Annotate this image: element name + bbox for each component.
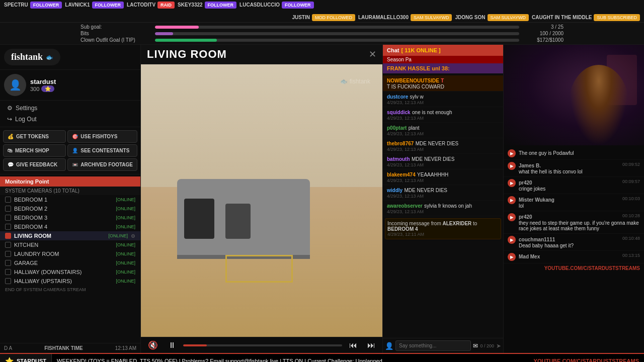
chat-user-0: NOWBEENOUUTSIDE (387, 78, 439, 83)
chat-user-3: p00ptart (387, 125, 407, 131)
goal-row-clown: Clown Outfit Goal (I TIP) $172/$1000 (80, 37, 564, 43)
archive-label: ARCHIVED FOOTAGE (80, 162, 133, 167)
follow-button-skey[interactable]: FOLLOWER (205, 2, 237, 9)
ticker-logo: ⭐ STARDUST (0, 354, 52, 362)
mod-name-caught: CAUGHT IN THE MIDDLE (532, 15, 592, 20)
close-video-button[interactable]: ✕ (369, 49, 376, 60)
chat-input[interactable] (395, 340, 471, 351)
streamer-silhouette (569, 65, 629, 145)
mod-badge-jdong[interactable]: SAM SULVAYWD (488, 14, 529, 21)
chat-special-label: FRANK HASSLE unl (387, 65, 440, 71)
camera-hallway-up[interactable]: HALLWAY (UPSTAIRS) [ONLINE] (0, 277, 140, 286)
camera-bedroom3[interactable]: BEDROOM 3 [ONLINE] (0, 213, 140, 222)
use-fishtoys-button[interactable]: 🎯 USE FISHTOYS (67, 130, 137, 143)
video-header: LIVING ROOM ✕ (141, 45, 382, 64)
send-icon: ➤ (496, 342, 501, 349)
yt-user-5: Mad Mex (519, 254, 540, 259)
chat-user-4: thebro8767 (387, 141, 414, 146)
feedback-icon: 💬 (8, 162, 14, 167)
settings-item[interactable]: ⚙ Settings (4, 103, 136, 114)
lr-fish-logo: 🐟 fishtank (340, 78, 370, 85)
video-controls: 🔇 ⏸ ⏮ ⏭ (141, 337, 382, 353)
username-skey: SKEY3322 (178, 2, 202, 8)
goal-fill-sub (155, 26, 199, 29)
progress-bar[interactable] (183, 344, 342, 346)
camera-bedroom4[interactable]: BEDROOM 4 [ONLINE] (0, 222, 140, 231)
give-feedback-button[interactable]: 💬 GIVE FEEDBACK (3, 158, 66, 171)
prev-button[interactable]: ⏮ (346, 340, 360, 351)
play-pause-button[interactable]: ⏸ (165, 340, 179, 351)
cam-status-kitchen: [ONLINE] (116, 242, 135, 247)
mod-badge-laura[interactable]: SAM SULVAYWD (411, 14, 452, 21)
yt-icon-5: ▶ (508, 253, 516, 261)
current-time: 12:13 AM (115, 345, 136, 351)
camera-laundry[interactable]: LAUNDRY ROOM [ONLINE] (0, 249, 140, 258)
chat-user-1: dustcore (387, 94, 408, 100)
goal-row-sub: Sub goal: 3 / 25 (80, 24, 564, 30)
lr-person1 (184, 199, 214, 239)
merch-shop-button[interactable]: 🛍 MERCH SHOP (3, 144, 66, 157)
sidebar-bottom: D A FISHTANK TIME 12:13 AM (0, 343, 140, 353)
logout-icon: ↪ (7, 116, 12, 123)
chat-time-2: 4/29/23, 12:13 AM (387, 116, 499, 121)
yt-user-4: couchman1111 (519, 237, 555, 242)
chat-avatar-icon: 👤 (385, 342, 393, 350)
cam-check-bedroom4 (5, 224, 11, 230)
camera-bedroom1[interactable]: BEDROOM 1 [ONLINE] (0, 195, 140, 204)
ticker-text: WEEKEND! (TOYS = ENABLED, TTS 50% OFF) |… (52, 358, 529, 362)
mod-justin: JUSTIN MOD FOLLOWED (292, 14, 355, 21)
chat-msg-5: batmouth MDE NEVER DIES 4/29/23, 12:13 A… (383, 154, 503, 169)
mod-name-jdong: JDONG SON (455, 15, 485, 20)
user-badge-lucas: LUCASDLUCCIO FOLLOWER (239, 2, 314, 9)
goal-label-bits: Bits (80, 31, 151, 36)
cam-status-bedroom4: [ONLINE] (116, 224, 135, 229)
cam-status-laundry: [ONLINE] (116, 251, 135, 256)
cam-check-livingroom (5, 233, 11, 239)
volume-button[interactable]: 🔇 (145, 339, 161, 351)
incoming-from: ALEXRIDER (443, 221, 472, 226)
cam-name-garage: GARAGE (14, 260, 113, 266)
contestants-label: SEE CONTESTANTS (80, 148, 129, 153)
archived-footage-button[interactable]: 📼 ARCHIVED FOOTAGE (67, 158, 137, 171)
follow-button-lavnick[interactable]: FOLLOWER (92, 2, 124, 9)
see-contestants-button[interactable]: 👤 SEE CONTESTANTS (67, 144, 137, 157)
cam-settings-icon: ⚙ (131, 233, 135, 239)
chat-msg-7: widdly MDE NEVER DIES 4/29/23, 12:13 AM (383, 185, 503, 201)
cam-name-kitchen: KITCHEN (14, 242, 113, 248)
chat-header: Chat [ 11K ONLINE ] (383, 45, 503, 56)
goal-label-clown: Clown Outfit Goal (I TIP) (80, 37, 151, 43)
user-badge-lavnick: LAVNICK1 FOLLOWER (65, 2, 124, 9)
cam-name-bedroom3: BEDROOM 3 (14, 215, 113, 221)
camera-hallway-down[interactable]: HALLWAY (DOWNSTAIRS) [ONLINE] (0, 267, 140, 277)
camera-kitchen[interactable]: KITCHEN [ONLINE] (0, 240, 140, 249)
username-spectru: SPECTRU (4, 2, 28, 8)
next-button[interactable]: ⏭ (364, 340, 378, 351)
camera-livingroom[interactable]: LIVING ROOM [ONLINE] ⚙ (0, 231, 140, 240)
user-info: stardust 300 ⭐ (30, 78, 136, 92)
mod-name-laura: LAURAMALELLO300 (358, 15, 409, 20)
cam-name-hallway-up: HALLWAY (UPSTAIRS) (14, 278, 113, 284)
camera-bedroom2[interactable]: BEDROOM 2 [ONLINE] (0, 204, 140, 213)
chat-text-5: MDE NEVER DIES (412, 156, 455, 162)
get-tokens-button[interactable]: 💰 GET TOKENS (3, 130, 66, 143)
follow-button-lucas[interactable]: FOLLOWER (282, 2, 314, 9)
mod-badge-caught[interactable]: SUB SUBSCRIBED (594, 14, 640, 21)
yt-msg-4: ▶ couchman1111 00:10:48 Dead baby haaaa … (504, 234, 644, 251)
chat-text-2: one is not enough (412, 110, 452, 115)
username-lavnick: LAVNICK1 (65, 2, 90, 8)
yt-icon-1: ▶ (508, 179, 516, 187)
chat-msg-6: blakeem474 YEAAAHHHH 4/29/23, 12:13 AM (383, 169, 503, 185)
incoming-to-label: to (473, 221, 477, 226)
chat-user-5: batmouth (387, 156, 410, 162)
goal-val-clown: $172/$1000 (523, 37, 564, 43)
yt-icon-3: ▶ (508, 213, 516, 221)
right-panel: ▶ The one guy is Podawful ▶ James B. 00:… (503, 45, 644, 353)
chat-text-4: MDE NEVER DIES (416, 141, 459, 146)
follow-button-spectru[interactable]: FOLLOWER (30, 2, 62, 9)
raid-button-lacto[interactable]: RAID (157, 2, 175, 9)
goal-label-sub: Sub goal: (80, 24, 151, 30)
chat-text-6: YEAAAHHHH (417, 172, 448, 177)
logout-item[interactable]: ↪ Log Out (4, 114, 136, 125)
camera-garage[interactable]: GARAGE [ONLINE] (0, 258, 140, 267)
mod-badge-justin[interactable]: MOD FOLLOWED (312, 14, 355, 21)
